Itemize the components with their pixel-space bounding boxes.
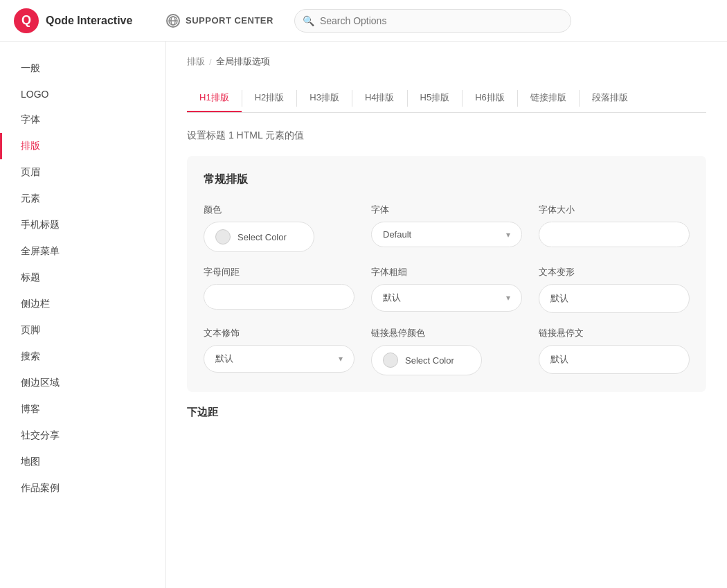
search-icon: 🔍: [303, 15, 314, 26]
form-row-3: 文本修饰 默认 ▾ 链接悬停颜色 Select Color 链: [204, 327, 690, 375]
card-typography: 常规排版 颜色 Select Color 字体 Default ▾: [187, 156, 706, 392]
form-group-link-hover-text: 链接悬停文 默认: [539, 327, 690, 375]
font-label: 字体: [371, 204, 522, 216]
chevron-down-icon: ▾: [506, 230, 510, 240]
support-center: SUPPORT CENTER: [166, 14, 273, 28]
tab-paragraph[interactable]: 段落排版: [580, 84, 640, 112]
sidebar: 一般 LOGO 字体 排版 页眉 元素 手机标题 全屏菜单 标题 侧边栏 页脚 …: [0, 42, 166, 433]
text-decoration-label: 文本修饰: [204, 327, 354, 339]
letter-spacing-label: 字母间距: [204, 266, 354, 278]
section-description: 设置标题 1 HTML 元素的值: [187, 130, 706, 142]
breadcrumb-current: 全局排版选项: [216, 55, 270, 68]
font-value: Default: [383, 229, 411, 240]
font-weight-value: 默认: [383, 292, 401, 304]
sidebar-item-elements[interactable]: 元素: [0, 186, 165, 212]
tab-h1[interactable]: H1排版: [187, 84, 242, 112]
search-bar: 🔍: [294, 9, 692, 33]
form-group-font-size: 字体大小: [539, 204, 690, 252]
color-picker-button[interactable]: Select Color: [204, 222, 314, 252]
link-hover-color-button[interactable]: Select Color: [371, 345, 482, 375]
logo-area: Q Qode Interactive: [14, 8, 152, 33]
logo-text: Qode Interactive: [46, 15, 132, 27]
font-weight-chevron-icon: ▾: [506, 293, 510, 303]
breadcrumb: 排版 / 全局排版选项: [187, 55, 706, 68]
color-label: 颜色: [204, 204, 354, 216]
search-input[interactable]: [294, 9, 571, 33]
sidebar-item-fullscreen-menu[interactable]: 全屏菜单: [0, 238, 165, 265]
form-group-font-weight: 字体粗细 默认 ▾: [371, 266, 522, 313]
color-swatch: [215, 229, 231, 244]
form-group-font: 字体 Default ▾: [371, 204, 522, 252]
link-hover-text-value: 默认: [539, 345, 690, 374]
form-group-color: 颜色 Select Color: [204, 204, 354, 252]
tab-link[interactable]: 链接排版: [518, 84, 579, 112]
font-size-input[interactable]: [539, 222, 690, 247]
tabs: H1排版 H2排版 H3排版 H4排版 H5排版 H6排版 链接排版 段落排版: [187, 84, 706, 113]
letter-spacing-input[interactable]: [204, 284, 354, 310]
sidebar-item-social-share[interactable]: 社交分享: [0, 422, 165, 433]
sidebar-item-typography[interactable]: 排版: [0, 133, 165, 159]
font-dropdown[interactable]: Default ▾: [371, 222, 522, 247]
header: Q Qode Interactive SUPPORT CENTER 🔍: [0, 0, 727, 42]
breadcrumb-separator: /: [209, 57, 212, 67]
sidebar-item-search[interactable]: 搜索: [0, 344, 165, 370]
text-decoration-chevron-icon: ▾: [339, 354, 343, 364]
color-picker-label: Select Color: [237, 232, 287, 242]
sidebar-item-mobile-title[interactable]: 手机标题: [0, 212, 165, 238]
form-row-2: 字母间距 字体粗细 默认 ▾ 文本变形 默认: [204, 266, 690, 313]
sidebar-item-header[interactable]: 页眉: [0, 159, 165, 186]
tab-h4[interactable]: H4排版: [352, 84, 407, 112]
sidebar-item-sidebar[interactable]: 侧边栏: [0, 291, 165, 317]
text-transform-label: 文本变形: [539, 266, 690, 278]
main-content: 排版 / 全局排版选项 H1排版 H2排版 H3排版 H4排版 H5排版 H6排…: [166, 42, 727, 433]
font-size-label: 字体大小: [539, 204, 690, 216]
form-group-text-decoration: 文本修饰 默认 ▾: [204, 327, 354, 375]
tab-h6[interactable]: H6排版: [463, 84, 517, 112]
font-weight-dropdown[interactable]: 默认 ▾: [371, 284, 522, 312]
text-decoration-dropdown[interactable]: 默认 ▾: [204, 345, 354, 373]
text-transform-value: 默认: [539, 284, 690, 313]
sidebar-item-font[interactable]: 字体: [0, 107, 165, 133]
support-center-label: SUPPORT CENTER: [186, 15, 273, 26]
text-decoration-value: 默认: [215, 353, 233, 365]
logo-icon: Q: [14, 8, 39, 33]
bottom-section-title: 下边距: [187, 406, 706, 419]
form-group-link-hover-color: 链接悬停颜色 Select Color: [371, 327, 522, 375]
link-hover-color-label: 链接悬停颜色: [371, 327, 522, 339]
tab-h3[interactable]: H3排版: [297, 84, 352, 112]
sidebar-item-logo[interactable]: LOGO: [0, 82, 165, 107]
link-hover-color-swatch: [383, 353, 398, 368]
sidebar-item-general[interactable]: 一般: [0, 55, 165, 82]
main-layout: 一般 LOGO 字体 排版 页眉 元素 手机标题 全屏菜单 标题 侧边栏 页脚 …: [0, 42, 727, 433]
link-hover-text-label: 链接悬停文: [539, 327, 690, 339]
form-row-1: 颜色 Select Color 字体 Default ▾ 字体: [204, 204, 690, 252]
font-weight-label: 字体粗细: [371, 266, 522, 278]
globe-icon: [166, 14, 180, 28]
form-group-letter-spacing: 字母间距: [204, 266, 354, 313]
tab-h2[interactable]: H2排版: [242, 84, 297, 112]
sidebar-item-sidebar-area[interactable]: 侧边区域: [0, 370, 165, 396]
card-title: 常规排版: [204, 172, 690, 187]
form-group-text-transform: 文本变形 默认: [539, 266, 690, 313]
sidebar-item-blog[interactable]: 博客: [0, 396, 165, 422]
breadcrumb-parent: 排版: [187, 55, 205, 68]
link-hover-color-picker-label: Select Color: [405, 355, 454, 366]
tab-h5[interactable]: H5排版: [408, 84, 463, 112]
sidebar-item-footer[interactable]: 页脚: [0, 317, 165, 344]
sidebar-item-title[interactable]: 标题: [0, 265, 165, 291]
